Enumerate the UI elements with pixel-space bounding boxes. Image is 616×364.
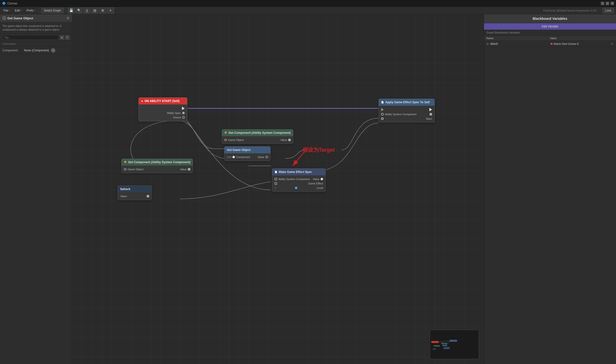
component-circle-button[interactable]: ⊙	[51, 48, 55, 52]
canvas-area[interactable]: 假设为Target ➤ ON ABILITY START (Self) Abil…	[72, 14, 484, 364]
close-button[interactable]: ✕	[611, 2, 614, 5]
ability-sys-comp-in-port[interactable]	[381, 113, 383, 116]
select-graph-button[interactable]: Select Graph	[41, 8, 64, 13]
comments-row	[0, 41, 72, 47]
value-out-port[interactable]	[288, 139, 291, 141]
menu-separator	[39, 8, 39, 13]
spec-label: Spec	[426, 117, 432, 120]
get-game-object-header: Get Game Object	[224, 146, 270, 153]
get-component-bottom-icon: 📦	[124, 161, 127, 163]
owner-row: Owner	[139, 115, 187, 120]
get-component-top-node[interactable]: 📦 Get Component (Ability System Componen…	[222, 129, 293, 144]
panel-header: Get Game Object ⚙	[0, 14, 72, 22]
gc-bottom-game-obj-in-port[interactable]	[124, 168, 126, 170]
component-row-label: Component	[236, 156, 250, 158]
apply-exec-in-row	[379, 107, 435, 112]
get-component-top-title: Get Component (Ability System Component)	[229, 131, 291, 135]
attack-value-row: Value	[118, 194, 152, 198]
panel-title: Get Game Object	[7, 16, 33, 20]
get-game-object-node[interactable]: Get Game Object Self Component Value	[224, 146, 271, 161]
chevron-down-icon: ▾	[21, 9, 22, 12]
minimize-button[interactable]: ─	[601, 2, 604, 5]
me-value-out-port[interactable]	[321, 178, 323, 180]
owner-port[interactable]	[182, 116, 185, 119]
layout3-icon-button[interactable]: ≡	[107, 8, 114, 13]
component-value: None (Component)	[24, 49, 49, 52]
me-level-port[interactable]	[295, 187, 297, 189]
svg-rect-3	[441, 343, 447, 344]
ability-spec-port[interactable]	[182, 112, 185, 114]
main-layout: Get Game Object ⚙ The game object this c…	[0, 14, 616, 364]
apply-exec-out-port[interactable]	[429, 108, 432, 111]
on-ability-start-body: Ability Spec Owner	[139, 104, 187, 121]
tag-clear-button[interactable]: ■	[60, 35, 64, 40]
attack-variable-title: $attack	[120, 187, 130, 191]
me-abilsyscomp-in-port[interactable]	[274, 178, 277, 180]
title-bar: 🔷 Canvas ─ □ ✕	[0, 0, 616, 7]
panel-checkbox[interactable]	[2, 16, 6, 20]
settings-icon[interactable]: ⚙	[66, 16, 69, 20]
save-icon-button[interactable]: 💾	[68, 8, 75, 13]
apply-effect-node[interactable]: 📄 Apply Game Effect Spec To Self Ability…	[378, 99, 435, 123]
maximize-button[interactable]: □	[606, 2, 609, 5]
svg-rect-6	[444, 347, 450, 349]
attack-value-label: Value	[120, 195, 127, 198]
attack-variable-node[interactable]: $attack Value	[118, 185, 152, 200]
me-gameeffect-row: Game Effect	[272, 181, 326, 186]
me-level-label: Level	[317, 186, 323, 189]
self-label: Self	[227, 156, 232, 158]
tag-input[interactable]	[2, 35, 59, 40]
lock-button[interactable]: Lock	[602, 8, 614, 13]
ability-sys-comp-out-port[interactable]	[430, 113, 432, 116]
make-effect-spec-body: Ability System Component Value Game Effe…	[272, 175, 326, 192]
attack-value-port[interactable]	[147, 195, 149, 197]
svg-line-8	[439, 341, 450, 342]
comments-input[interactable]	[2, 42, 69, 45]
blackboard-title: Blackboard Variables	[533, 17, 567, 21]
gc-bottom-game-obj-row: Game Object Value	[122, 167, 193, 171]
on-ability-exec-row	[139, 106, 187, 111]
component-row: Component None (Component) ⊙	[0, 47, 72, 54]
menu-prefs[interactable]: Prefs ▾	[25, 8, 37, 13]
me-abilsyscomp-row: Ability System Component Value	[272, 177, 326, 181]
on-ability-start-header: ➤ ON ABILITY START (Self)	[139, 98, 187, 104]
tag-edit-button[interactable]: ✎	[65, 35, 69, 40]
game-obj-label: Game Object	[228, 138, 244, 141]
game-obj-value-port[interactable]	[265, 156, 268, 158]
blackboard-header: Blackboard Variables	[484, 14, 616, 23]
mini-map	[430, 330, 479, 359]
bb-attack-row: ☰ attack Attack.Start (Game E ⚙	[484, 41, 616, 47]
ability-spec-label: Ability Spec	[167, 112, 181, 115]
search-icon-button[interactable]: 🔍	[76, 8, 82, 13]
code-icon-button[interactable]: {}	[83, 8, 90, 13]
on-ability-start-title: ON ABILITY START (Self)	[145, 99, 179, 103]
me-gameeffect-port[interactable]	[274, 182, 277, 185]
ability-spec-row: Ability Spec	[139, 111, 187, 115]
svg-line-9	[447, 341, 450, 344]
bb-attack-value: Attack.Start (Game E	[551, 42, 611, 45]
svg-rect-1	[431, 341, 439, 343]
bb-row-settings-icon[interactable]: ⚙	[611, 42, 614, 46]
exec-out-port[interactable]	[182, 107, 185, 110]
spec-in-port[interactable]	[381, 117, 383, 120]
make-effect-spec-node[interactable]: 📄 Make Game Effect Spec Ability System C…	[272, 168, 326, 192]
menu-edit[interactable]: Edit ▾	[13, 8, 24, 13]
window-controls[interactable]: ─ □ ✕	[601, 2, 614, 5]
game-obj-in-port[interactable]	[224, 139, 227, 141]
add-variable-button[interactable]: Add Variable	[484, 23, 616, 30]
right-panel: Blackboard Variables Add Variable Graph …	[484, 14, 616, 364]
layout2-icon-button[interactable]: ⊞	[99, 8, 106, 13]
menu-file[interactable]: File ▾	[1, 8, 12, 13]
gc-bottom-value-out-port[interactable]	[188, 168, 190, 170]
annotation-text: 假设为Target	[302, 146, 335, 154]
self-port[interactable]	[233, 156, 235, 158]
flowscript-version: FlowScript @NodeCanvas.Framework v3.25	[543, 9, 596, 12]
get-component-bottom-node[interactable]: 📦 Get Component (Ability System Componen…	[121, 158, 193, 173]
ability-sys-comp-row: Ability System Component	[379, 112, 435, 117]
bb-name-column-header: Name	[486, 37, 550, 40]
apply-exec-in-port[interactable]	[381, 108, 384, 111]
apply-effect-title: Apply Game Effect Spec To Self	[385, 101, 430, 104]
apply-effect-header: 📄 Apply Game Effect Spec To Self	[379, 99, 435, 106]
layout1-icon-button[interactable]: ▤	[91, 8, 98, 13]
on-ability-start-node[interactable]: ➤ ON ABILITY START (Self) Ability Spec O…	[138, 97, 187, 121]
